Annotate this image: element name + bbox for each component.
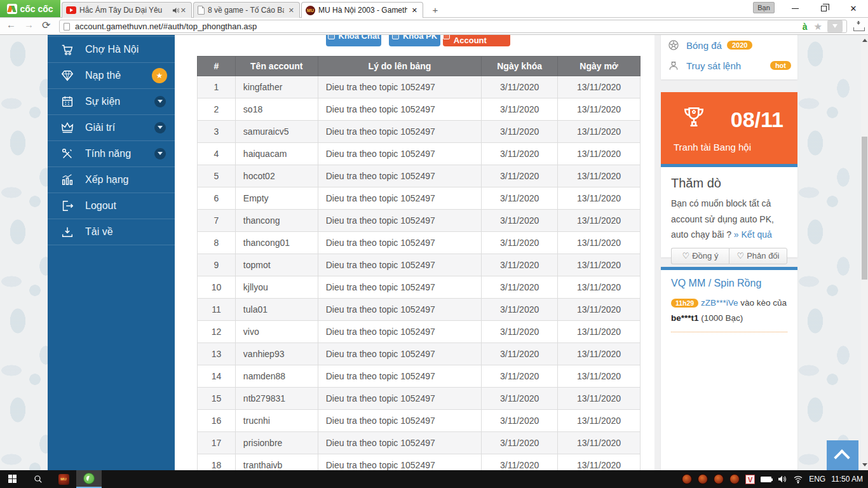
table-row: 7thancongDieu tra theo topic 10524973/11… — [198, 210, 641, 232]
tab-close-icon[interactable]: ✕ — [410, 6, 419, 15]
maximize-button[interactable] — [814, 0, 833, 17]
close-button[interactable]: ✕ — [844, 0, 863, 17]
battery-icon[interactable] — [761, 477, 771, 482]
quick-links-card: Bóng đá 2020 Truy sát lệnh hot — [661, 35, 797, 79]
start-button[interactable] — [0, 470, 25, 488]
sidebar-item-nap-the[interactable]: Nạp thẻ ★ — [48, 62, 175, 88]
chevron-down-icon[interactable] — [154, 96, 166, 107]
spin-entry: 11h29 zZB***iVe vào kèo của be***t1 (100… — [671, 295, 787, 332]
header-account: Tên account — [235, 57, 318, 76]
tab-title: 8 về game - Tố Cáo Bạn Th — [208, 6, 284, 15]
quick-link-bong-da[interactable]: Bóng đá 2020 — [661, 35, 797, 55]
sidebar-item-su-kien[interactable]: Sự kiện — [48, 88, 175, 114]
new-tab-button[interactable]: + — [427, 3, 444, 17]
coccoc-logo[interactable]: cốc cốc — [0, 0, 60, 17]
mu-tray-icon[interactable] — [698, 474, 708, 484]
mu-tray-icon[interactable] — [729, 474, 740, 484]
khoa-pk-button[interactable]: Khóa PK — [389, 35, 440, 46]
table-cell: 13/11/2020 — [558, 187, 641, 210]
spin-title[interactable]: VQ MM / Spin Rồng — [671, 278, 787, 289]
back-to-top-button[interactable] — [827, 440, 858, 470]
disagree-button[interactable]: ♡Phản đối — [729, 248, 787, 264]
sidebar-item-xep-hang[interactable]: Xếp hạng — [48, 166, 175, 193]
back-icon[interactable]: ← — [6, 19, 16, 30]
sidebar-label: Nạp thẻ — [85, 70, 121, 81]
scroll-down-arrow-icon[interactable] — [862, 463, 867, 466]
minimize-button[interactable] — [785, 0, 804, 17]
bookmark-star-icon[interactable]: ★ — [814, 21, 822, 32]
tab-youtube[interactable]: Hắc Ám Tây Du Đại Yêu ✕ — [62, 2, 192, 18]
language-indicator[interactable]: ENG — [809, 475, 825, 484]
chevron-down-icon[interactable] — [154, 122, 166, 133]
table-row: 18tranthaivbDieu tra theo topic 10524973… — [198, 454, 641, 471]
search-icon — [33, 474, 43, 484]
tab-game-report[interactable]: 8 về game - Tố Cáo Bạn Th ✕ — [193, 2, 300, 18]
forward-icon[interactable]: → — [24, 19, 34, 30]
calendar-icon — [60, 95, 74, 109]
tournament-banner[interactable]: 08/11 Tranh tài Bang hội — [661, 92, 797, 164]
unikey-icon[interactable]: V — [745, 475, 755, 484]
scroll-up-arrow-icon[interactable] — [862, 39, 867, 42]
table-cell: 3/11/2020 — [482, 299, 558, 321]
quick-link-truy-sat-lenh[interactable]: Truy sát lệnh hot — [661, 55, 797, 76]
sidebar-item-tai-ve[interactable]: Tải về — [48, 219, 175, 245]
vietnamese-input-icon[interactable]: à — [803, 22, 808, 32]
quick-link-label[interactable]: Truy sát lệnh — [686, 60, 741, 71]
person-icon — [667, 59, 680, 72]
tournament-label: Tranh tài Bang hội — [674, 142, 751, 152]
sidebar-item-giai-tri[interactable]: Giải trí — [48, 114, 175, 140]
taskbar: MU V ENG 11:50 AM — [0, 470, 868, 488]
url-text[interactable]: account.gamethuvn.net/#auth/top_phongtha… — [75, 22, 803, 31]
mu-game-icon: MU — [58, 474, 69, 485]
speaker-icon[interactable] — [777, 474, 787, 484]
clock[interactable]: 11:50 AM — [831, 475, 863, 484]
blocked-accounts-table: # Tên account Lý do lên bảng Ngày khóa N… — [197, 56, 641, 470]
url-field[interactable]: account.gamethuvn.net/#auth/top_phongtha… — [59, 20, 847, 33]
mu-game-button[interactable]: MU — [51, 470, 76, 488]
page-scrollbar[interactable] — [861, 35, 868, 470]
poll-result-link[interactable]: » Kết quả — [734, 229, 772, 240]
search-button[interactable] — [25, 470, 51, 488]
sidebar-item-logout[interactable]: Logout — [48, 193, 175, 219]
sidebar-item-cho-ha-noi[interactable]: Chợ Hà Nội — [48, 36, 175, 62]
time-badge: 11h29 — [671, 299, 698, 308]
crown-icon — [60, 121, 74, 135]
reload-icon[interactable]: ⟳ — [42, 19, 50, 31]
mu-tray-icon[interactable] — [682, 474, 692, 484]
table-cell: 3/11/2020 — [482, 143, 558, 165]
tab-close-icon[interactable]: ✕ — [287, 6, 295, 15]
khoa-chat-button[interactable]: Khóa Chat — [326, 35, 381, 46]
wifi-icon[interactable] — [793, 474, 803, 484]
table-cell: namden88 — [235, 365, 318, 388]
spin-user-link[interactable]: zZB***iVe — [701, 298, 738, 308]
chevron-down-icon[interactable] — [154, 148, 166, 159]
table-cell: 3/11/2020 — [482, 232, 558, 254]
tab-audio-icon[interactable] — [172, 7, 179, 14]
table-cell: Dieu tra theo topic 1052497 — [318, 365, 481, 388]
table-cell: vanhiep93 — [235, 343, 318, 365]
tab-close-icon[interactable]: ✕ — [179, 6, 187, 15]
scrollbar-thumb[interactable] — [862, 137, 867, 280]
poll-card: Thăm dò Bạn có muốn block tất cả account… — [661, 164, 797, 257]
table-cell: 1 — [198, 76, 236, 98]
downloads-icon[interactable] — [853, 21, 865, 31]
table-cell: 18 — [198, 454, 236, 471]
soccer-ball-icon — [667, 39, 680, 51]
table-cell: 3/11/2020 — [482, 276, 558, 299]
mu-tray-icon[interactable] — [714, 474, 724, 484]
sidebar-item-tinh-nang[interactable]: Tính năng — [48, 140, 175, 166]
table-cell: 13/11/2020 — [558, 343, 641, 365]
table-cell: 11 — [198, 299, 236, 321]
block-account-button[interactable]: Block Account — [443, 35, 510, 46]
left-pattern-background — [0, 35, 48, 470]
coccoc-taskbar-button[interactable] — [76, 470, 102, 488]
table-row: 16trucnhiDieu tra theo topic 10524973/11… — [198, 410, 641, 432]
profile-button[interactable]: Bạn — [753, 2, 775, 13]
coccoc-browser-icon — [83, 473, 95, 484]
tab-mu-hanoi-active[interactable]: MU MU Hà Nội 2003 - Gameth ✕ — [301, 2, 423, 18]
table-cell: Dieu tra theo topic 1052497 — [318, 165, 481, 187]
page-content: Chợ Hà Nội Nạp thẻ ★ Sự kiện Giải trí Tí… — [0, 35, 868, 470]
quick-link-label[interactable]: Bóng đá — [686, 40, 722, 51]
download-dropdown-icon[interactable] — [827, 20, 843, 32]
agree-button[interactable]: ♡Đồng ý — [671, 248, 729, 264]
